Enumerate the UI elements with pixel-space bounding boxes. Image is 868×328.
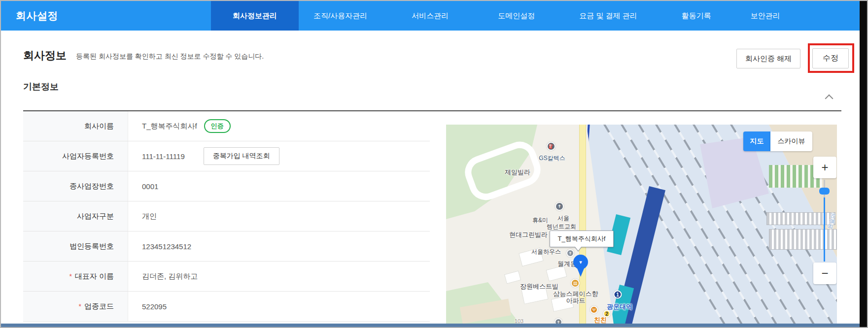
tab-org-users[interactable]: 조직/사용자관리 [299, 1, 382, 31]
infowindow-pointer-fill [575, 246, 582, 251]
map-label-jangwon: 장원베스트빌 [520, 282, 558, 291]
row-label: 사업자등록번호 [23, 141, 128, 171]
page-description: 등록된 회사정보를 확인하고 최신 정보로 수정할 수 있습니다. [76, 52, 264, 61]
map-label-hyundai: 현대그린빌라 [509, 230, 548, 239]
top-nav-bar: 회사설정 회사정보관리 조직/사용자관리 서비스관리 도메인설정 요금 및 결제… [1, 1, 860, 31]
duplicate-check-button[interactable]: 중복가입 내역조회 [204, 147, 279, 165]
church-icon: ✝ [555, 202, 564, 211]
church-glyph: ✝ [557, 204, 561, 209]
glyph: ▤ [573, 281, 578, 286]
nav-tabs: 회사정보관리 조직/사용자관리 서비스관리 도메인설정 요금 및 결제 관리 활… [211, 1, 795, 31]
map-label-gs: GS칼텍스 [539, 154, 565, 163]
unverify-company-button[interactable]: 회사인증 해제 [736, 49, 800, 68]
screenshot-frame: 회사설정 회사정보관리 조직/사용자관리 서비스관리 도메인설정 요금 및 결제… [0, 0, 868, 328]
sub-business-number-value: 0001 [142, 182, 158, 191]
certified-badge: 인증 [204, 119, 231, 133]
tab-activity[interactable]: 활동기록 [667, 1, 726, 31]
ceo-name-value: 김더존, 김위하고 [142, 272, 198, 281]
app-title: 회사설정 [16, 1, 58, 31]
map-canvas[interactable]: ⛽ ✝ ✝ ▤ Ψ ✝ GS칼텍스 제일빌라 휴&미 서울 렘넌트교회 현대그린… [446, 125, 837, 324]
skyview-button[interactable]: 스카이뷰 [770, 131, 812, 151]
company-name-value: T_행복주식회사f [142, 122, 197, 131]
table-row-business-number: 사업자등록번호 111-11-11119 중복가입 내역조회 [23, 141, 430, 171]
table-row-industry-code: *업종코드 522095 [23, 292, 430, 322]
marker-infowindow[interactable]: T_행복주식회사f [550, 230, 614, 247]
line1-number: 1 [616, 292, 619, 297]
row-label: 종사업장번호 [23, 171, 128, 201]
row-label: 법인등록번호 [23, 231, 128, 261]
table-row-ceo-name: *대표자 이름 김더존, 김위하고 [23, 262, 430, 292]
location-pin-marker[interactable]: ▾ [573, 255, 588, 280]
business-type-value: 개인 [142, 212, 157, 221]
required-mark: * [69, 272, 71, 280]
map-label-apt: 아파트 [566, 296, 586, 305]
gas-station-icon: ⛽ [547, 142, 556, 151]
section-title-basic-info: 기본정보 [23, 81, 59, 93]
zoom-slider-handle[interactable] [819, 188, 830, 195]
table-row-sub-business-number: 종사업장번호 0001 [23, 171, 430, 201]
row-label: 업종코드 [84, 302, 114, 311]
glyph: Ψ [592, 307, 596, 312]
map-hatched-building-1 [766, 212, 835, 225]
table-row-corp-number: 법인등록번호 123451234512 [23, 231, 430, 262]
row-label: 회사이름 [23, 111, 128, 141]
subway-line1-badge: 1 [614, 291, 622, 299]
map-label-kwangwoon: 광운대역 [607, 302, 632, 311]
row-label: 사업자구분 [23, 201, 128, 231]
pin-glyph: ▾ [579, 259, 582, 265]
right-edge-strip [860, 1, 868, 327]
restaurant-icon: Ψ [590, 306, 598, 314]
required-mark: * [79, 302, 81, 310]
bottom-edge-bar [1, 324, 860, 327]
tab-billing[interactable]: 요금 및 결제 관리 [564, 1, 652, 31]
gas-glyph: ⛽ [548, 144, 554, 149]
map-label-remnant: 렘넌트교회 [547, 223, 576, 231]
map-label-hyumi: 휴&미 [532, 216, 548, 225]
edit-button[interactable]: 수정 [812, 48, 849, 68]
map-view-button[interactable]: 지도 [743, 131, 770, 151]
row-label: 대표자 이름 [75, 272, 114, 281]
corp-number-value: 123451234512 [142, 242, 191, 251]
map-label-chinchin: 친친 [594, 316, 607, 324]
table-row-business-type: 사업자구분 개인 [23, 201, 430, 231]
map-label-seoul: 서울 [557, 214, 569, 223]
zoom-out-button[interactable]: − [813, 262, 836, 284]
tab-security[interactable]: 보안관리 [736, 1, 795, 31]
tab-company-info[interactable]: 회사정보관리 [211, 1, 299, 31]
glyph: ✝ [569, 251, 572, 256]
map-label-jeil: 제일빌라 [505, 168, 530, 177]
map-label-seoulhouse: 서울하우스 [531, 248, 561, 256]
tab-services[interactable]: 서비스관리 [397, 1, 463, 31]
business-number-value: 111-11-11119 [142, 152, 185, 161]
table-row-company-name: 회사이름 T_행복주식회사f 인증 [23, 111, 430, 141]
map-hatched-building-2 [769, 229, 837, 250]
zoom-in-button[interactable]: + [813, 157, 836, 178]
company-info-table: 회사이름 T_행복주식회사f 인증 사업자등록번호 111-11-11119 중… [23, 111, 430, 322]
tab-domain[interactable]: 도메인설정 [483, 1, 550, 31]
collapse-chevron-up-icon[interactable] [825, 95, 833, 103]
map-building [504, 270, 521, 284]
page-title: 회사정보 [23, 48, 67, 63]
industry-code-value: 522095 [142, 302, 167, 311]
